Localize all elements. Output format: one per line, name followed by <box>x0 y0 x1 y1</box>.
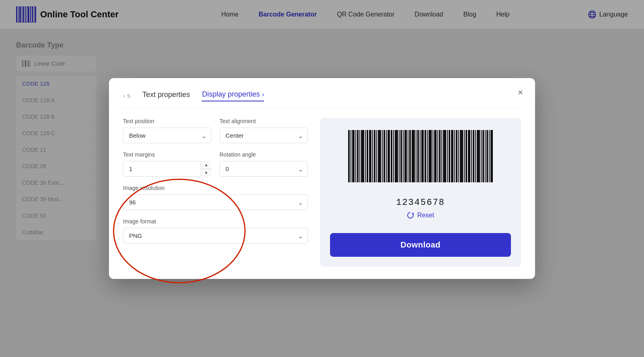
svg-rect-63 <box>441 130 442 182</box>
svg-rect-61 <box>437 130 438 182</box>
svg-rect-34 <box>372 130 373 182</box>
svg-rect-27 <box>355 130 356 182</box>
rotation-angle-label: Rotation angle <box>219 151 308 158</box>
modal-overlay: ‹ s Text properties Display properties ›… <box>0 0 644 357</box>
svg-rect-76 <box>473 130 474 182</box>
svg-rect-66 <box>449 130 450 182</box>
svg-rect-28 <box>357 130 359 182</box>
text-margins-input-wrapper: ▲ ▼ <box>123 161 211 177</box>
image-format-label: Image format <box>123 218 308 225</box>
svg-rect-51 <box>412 130 415 182</box>
text-alignment-label: Text alignment <box>219 118 308 124</box>
image-resolution-select[interactable]: 72 96 150 300 <box>123 194 308 210</box>
svg-rect-30 <box>361 130 364 182</box>
svg-rect-41 <box>388 130 390 182</box>
rotation-angle-select-wrapper: 0 90 180 270 <box>219 161 308 177</box>
svg-rect-59 <box>433 130 433 182</box>
download-section: Download <box>330 233 511 257</box>
svg-rect-39 <box>384 130 385 182</box>
text-alignment-select-wrapper: Center Left Right <box>219 128 308 143</box>
svg-rect-57 <box>427 130 428 182</box>
svg-rect-48 <box>404 130 407 182</box>
svg-rect-68 <box>454 130 455 182</box>
svg-rect-78 <box>477 130 480 182</box>
tab-back[interactable]: ‹ s <box>123 92 130 99</box>
svg-rect-74 <box>468 130 470 182</box>
text-margins-group: Text margins ▲ ▼ <box>123 151 211 177</box>
image-format-select[interactable]: PNG JPG SVG BMP <box>123 228 308 244</box>
barcode-image <box>344 128 497 192</box>
svg-rect-37 <box>378 130 381 182</box>
spin-up-button[interactable]: ▲ <box>201 161 211 169</box>
svg-rect-56 <box>425 130 426 182</box>
text-margins-label: Text margins <box>123 151 211 158</box>
svg-rect-71 <box>460 130 463 182</box>
barcode-preview: 12345678 <box>344 128 497 208</box>
svg-rect-64 <box>443 130 446 182</box>
spin-down-button[interactable]: ▼ <box>201 169 211 177</box>
reset-icon <box>407 212 414 219</box>
text-alignment-group: Text alignment Center Left Right <box>219 118 308 143</box>
tab-back-label: s <box>127 92 130 99</box>
svg-rect-62 <box>439 130 441 182</box>
svg-rect-65 <box>447 130 448 182</box>
modal-body: Text position Below Above None Text alig… <box>123 118 521 267</box>
svg-rect-79 <box>481 130 482 182</box>
svg-rect-33 <box>369 130 371 182</box>
svg-rect-47 <box>403 130 404 182</box>
svg-rect-82 <box>486 130 488 182</box>
tab-display-properties[interactable]: Display properties › <box>202 90 264 101</box>
svg-rect-31 <box>365 130 366 182</box>
svg-rect-29 <box>359 130 360 182</box>
svg-rect-84 <box>490 130 493 182</box>
svg-rect-25 <box>351 130 351 182</box>
tab-text-properties[interactable]: Text properties <box>142 91 190 101</box>
rotation-angle-group: Rotation angle 0 90 180 270 <box>219 151 308 177</box>
svg-rect-32 <box>367 130 368 182</box>
svg-rect-35 <box>374 130 375 182</box>
preview-section: 12345678 Reset Download <box>320 118 521 267</box>
svg-rect-36 <box>376 130 377 182</box>
svg-rect-55 <box>421 130 424 182</box>
svg-rect-24 <box>348 130 350 182</box>
svg-rect-58 <box>429 130 432 182</box>
svg-rect-60 <box>434 130 437 182</box>
svg-rect-81 <box>485 130 486 182</box>
text-position-select-wrapper: Below Above None <box>123 128 211 143</box>
text-margins-input[interactable] <box>123 161 211 177</box>
form-section: Text position Below Above None Text alig… <box>123 118 308 267</box>
modal-tabs: ‹ s Text properties Display properties › <box>123 90 521 108</box>
reset-label: Reset <box>417 212 434 219</box>
rotation-angle-select[interactable]: 0 90 180 270 <box>219 161 308 177</box>
text-alignment-select[interactable]: Center Left Right <box>219 128 308 143</box>
barcode-number: 12345678 <box>396 198 445 208</box>
image-resolution-label: Image resolution <box>123 185 308 191</box>
reset-button[interactable]: Reset <box>403 208 438 223</box>
modal-close-button[interactable]: × <box>518 88 523 97</box>
image-resolution-select-wrapper: 72 96 150 300 <box>123 194 308 210</box>
svg-rect-70 <box>458 130 459 182</box>
svg-rect-67 <box>451 130 453 182</box>
svg-rect-42 <box>391 130 392 182</box>
svg-rect-54 <box>420 130 420 182</box>
image-format-group: Image format PNG JPG SVG BMP <box>123 218 308 244</box>
text-position-label: Text position <box>123 118 211 124</box>
svg-rect-69 <box>456 130 457 182</box>
svg-rect-80 <box>482 130 484 182</box>
form-row-2: Text margins ▲ ▼ Rotation angle <box>123 151 308 177</box>
svg-rect-43 <box>393 130 394 182</box>
circle-annotation-area: Image resolution 72 96 150 300 Ima <box>123 185 308 244</box>
chevron-right-icon: › <box>262 91 264 98</box>
form-row-1: Text position Below Above None Text alig… <box>123 118 308 143</box>
svg-rect-26 <box>352 130 355 182</box>
download-button[interactable]: Download <box>330 233 511 257</box>
spin-buttons: ▲ ▼ <box>201 161 211 177</box>
svg-rect-83 <box>489 130 490 182</box>
text-position-select[interactable]: Below Above None <box>123 128 211 143</box>
text-position-group: Text position Below Above None <box>123 118 211 143</box>
svg-rect-50 <box>409 130 411 182</box>
svg-rect-38 <box>382 130 383 182</box>
svg-rect-45 <box>399 130 400 182</box>
tab-display-label: Display properties <box>202 90 260 98</box>
svg-rect-53 <box>417 130 419 182</box>
